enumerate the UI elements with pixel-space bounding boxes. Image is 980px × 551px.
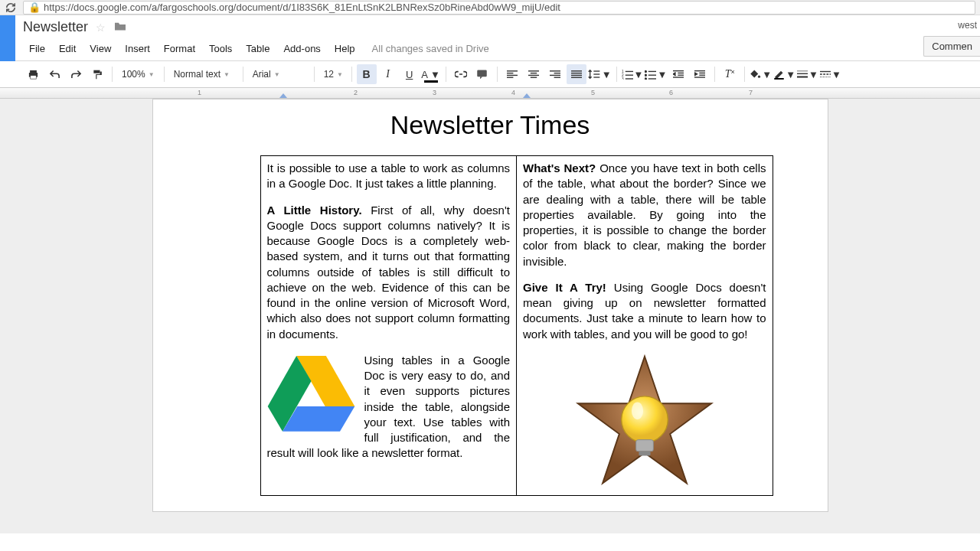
toolbar: 100%▼ Normal text▼ Arial▼ 12▼ B I U A▼ ▼… xyxy=(0,61,980,88)
svg-point-32 xyxy=(645,74,647,76)
menu-format[interactable]: Format xyxy=(158,40,201,57)
menu-tools[interactable]: Tools xyxy=(203,40,238,57)
undo-icon[interactable] xyxy=(44,64,64,84)
comments-button[interactable]: Commen xyxy=(923,36,980,57)
line-spacing-icon[interactable]: ▼ xyxy=(588,64,612,84)
align-right-icon[interactable] xyxy=(545,64,565,84)
redo-icon[interactable] xyxy=(66,64,86,84)
align-center-icon[interactable] xyxy=(524,64,544,84)
svg-point-30 xyxy=(645,70,647,72)
document-canvas[interactable]: ↔|↔ Newsletter Times It is possible to u… xyxy=(0,99,980,533)
numbered-list-icon[interactable]: 123▼ xyxy=(622,64,644,84)
print-icon[interactable] xyxy=(23,64,43,84)
underline-button[interactable]: U xyxy=(400,64,420,84)
svg-rect-0 xyxy=(30,70,37,72)
menu-help[interactable]: Help xyxy=(328,40,361,57)
fill-color-icon[interactable]: ▼ xyxy=(750,64,772,84)
border-width-icon[interactable]: ▼ xyxy=(797,64,818,84)
bold-button[interactable]: B xyxy=(357,64,377,84)
user-label: west xyxy=(958,20,980,31)
svg-rect-57 xyxy=(635,439,653,451)
docs-header: Newsletter ☆ File Edit View Insert Forma… xyxy=(0,15,980,61)
svg-rect-58 xyxy=(639,452,650,456)
url-box[interactable]: 🔒 https://docs.google.com/a/fargoschools… xyxy=(23,1,975,15)
document-title[interactable]: Newsletter xyxy=(23,19,88,35)
text-color-button[interactable]: A▼ xyxy=(421,64,441,84)
svg-rect-2 xyxy=(30,75,36,78)
border-color-icon[interactable]: ▼ xyxy=(773,64,795,84)
drive-logo-image[interactable] xyxy=(267,356,355,436)
link-icon[interactable] xyxy=(451,64,471,84)
reload-icon[interactable] xyxy=(5,2,17,14)
paragraph[interactable]: Using tables in a Google Doc is very eas… xyxy=(267,353,511,461)
document-heading[interactable]: Newsletter Times xyxy=(184,99,797,155)
svg-point-34 xyxy=(645,77,647,79)
font-size-dropdown[interactable]: 12▼ xyxy=(319,64,347,84)
italic-button[interactable]: I xyxy=(378,64,398,84)
paragraph[interactable]: A Little History. First of all, why does… xyxy=(267,203,511,342)
url-text: https://docs.google.com/a/fargoschools.o… xyxy=(44,2,560,13)
svg-text:3: 3 xyxy=(622,77,624,80)
ruler[interactable]: 1 2 3 4 5 6 7 xyxy=(0,88,980,99)
comment-icon[interactable] xyxy=(472,64,492,84)
zoom-dropdown[interactable]: 100%▼ xyxy=(117,64,159,84)
svg-rect-4 xyxy=(477,70,487,77)
svg-point-59 xyxy=(632,402,643,419)
star-icon[interactable]: ☆ xyxy=(96,21,106,34)
bulleted-list-icon[interactable]: ▼ xyxy=(645,64,667,84)
menu-table[interactable]: Table xyxy=(240,40,276,57)
svg-rect-45 xyxy=(774,78,784,80)
align-left-icon[interactable] xyxy=(502,64,522,84)
svg-point-56 xyxy=(621,396,668,443)
menu-bar: File Edit View Insert Format Tools Table… xyxy=(23,35,980,60)
paragraph[interactable]: Give It A Try! Using Google Docs doesn't… xyxy=(523,280,766,342)
docs-logo[interactable] xyxy=(0,15,15,61)
align-justify-icon[interactable] xyxy=(567,64,586,84)
content-table[interactable]: It is possible to use a table to work as… xyxy=(260,155,773,496)
style-dropdown[interactable]: Normal text▼ xyxy=(169,64,238,84)
svg-point-44 xyxy=(758,76,760,78)
table-cell-right[interactable]: What's Next? Once you have text in both … xyxy=(517,156,773,496)
paint-format-icon[interactable] xyxy=(87,64,107,84)
decrease-indent-icon[interactable] xyxy=(668,64,688,84)
page[interactable]: Newsletter Times It is possible to use a… xyxy=(152,99,828,512)
indent-marker-right[interactable] xyxy=(523,93,531,98)
folder-icon[interactable] xyxy=(113,21,127,34)
menu-file[interactable]: File xyxy=(23,40,51,57)
paragraph[interactable]: It is possible to use a table to work as… xyxy=(267,161,511,192)
border-dash-icon[interactable]: ▼ xyxy=(820,64,841,84)
menu-view[interactable]: View xyxy=(83,40,117,57)
star-lightbulb-image[interactable] xyxy=(523,353,766,491)
menu-edit[interactable]: Edit xyxy=(53,40,82,57)
paragraph[interactable]: What's Next? Once you have text in both … xyxy=(523,161,766,269)
save-status: All changes saved in Drive xyxy=(372,43,489,54)
table-cell-left[interactable]: It is possible to use a table to work as… xyxy=(260,156,517,496)
clear-formatting-icon[interactable]: T× xyxy=(720,64,740,84)
menu-insert[interactable]: Insert xyxy=(119,40,156,57)
svg-rect-3 xyxy=(93,70,100,73)
lock-icon: 🔒 xyxy=(28,2,41,13)
menu-addons[interactable]: Add-ons xyxy=(277,40,326,57)
increase-indent-icon[interactable] xyxy=(690,64,710,84)
indent-marker[interactable] xyxy=(279,93,287,98)
font-dropdown[interactable]: Arial▼ xyxy=(248,64,309,84)
